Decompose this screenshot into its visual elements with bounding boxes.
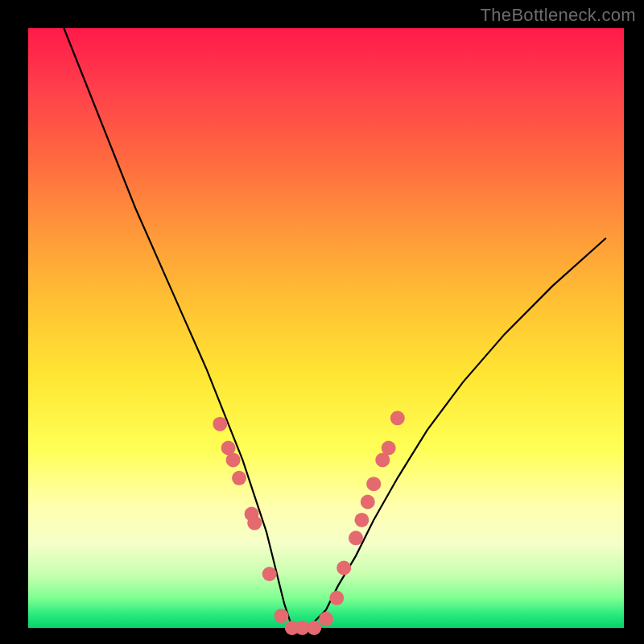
chart-frame: TheBottleneck.com xyxy=(0,0,644,644)
curve-marker xyxy=(232,471,246,485)
curve-marker xyxy=(247,516,262,530)
curve-marker xyxy=(354,513,369,527)
curve-marker xyxy=(275,609,289,623)
curve-marker xyxy=(329,591,344,605)
curve-marker xyxy=(390,411,405,425)
curve-marker xyxy=(226,452,241,467)
curve-marker xyxy=(366,477,381,491)
curve-marker xyxy=(262,567,277,581)
curve-marker xyxy=(213,417,227,431)
curve-marker xyxy=(349,530,363,545)
bottleneck-curve xyxy=(64,28,605,628)
curve-marker xyxy=(336,561,351,576)
curve-marker xyxy=(307,621,321,635)
bottleneck-curve-svg xyxy=(28,28,624,628)
curve-marker xyxy=(319,612,333,626)
watermark-text: TheBottleneck.com xyxy=(481,5,636,26)
curve-markers xyxy=(213,411,405,635)
curve-marker xyxy=(382,441,396,456)
curve-marker xyxy=(361,495,375,510)
